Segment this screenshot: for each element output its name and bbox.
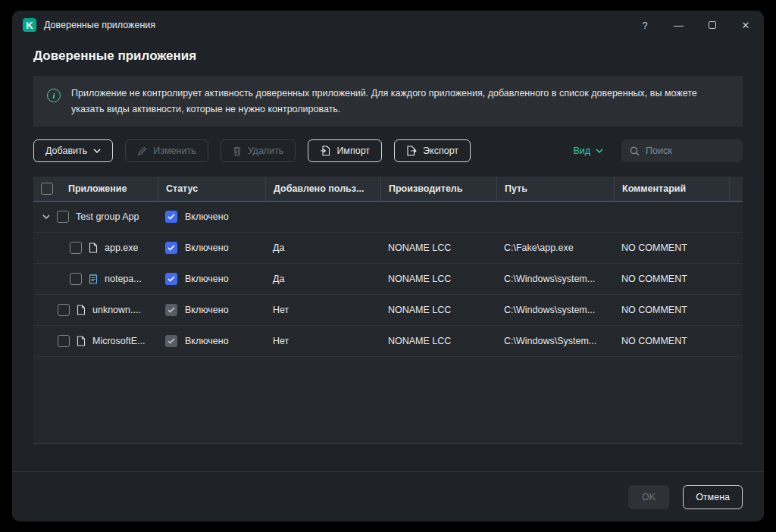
table-row-group[interactable]: Test group App Включено: [33, 202, 743, 233]
content-spacer: [12, 444, 764, 471]
comment-value: NO COMMENT: [614, 305, 743, 315]
column-header-extra: [729, 177, 745, 201]
help-button[interactable]: ?: [640, 20, 649, 31]
application-name: unknown....: [92, 305, 141, 315]
comment-value: NO COMMENT: [614, 243, 743, 253]
file-icon: [77, 336, 86, 346]
status-label: Включено: [185, 274, 229, 284]
path-value: C:\Fake\app.exe: [496, 243, 614, 253]
status-label: Включено: [185, 336, 229, 346]
trash-icon: [233, 146, 242, 156]
vendor-value: NONAME LCC: [380, 274, 496, 284]
import-button-label: Импорт: [336, 146, 370, 156]
import-button[interactable]: Импорт: [308, 139, 382, 162]
row-checkbox[interactable]: [58, 304, 70, 316]
table-row[interactable]: unknown.... Включено Нет NONAME LCC C:\W…: [33, 295, 743, 326]
column-header-path[interactable]: Путь: [496, 177, 614, 201]
check-icon: [167, 245, 175, 251]
add-button[interactable]: Добавить: [33, 139, 113, 162]
table-header: Приложение Статус Добавлено польз... Про…: [33, 177, 743, 202]
table-row[interactable]: notepa... Включено Да NONAME LCC C:\Wind…: [33, 264, 743, 295]
table-body: Test group App Включено app.exe Включено: [33, 202, 743, 444]
edit-button[interactable]: Изменить: [125, 139, 208, 162]
row-checkbox[interactable]: [70, 242, 82, 254]
chevron-down-icon: [93, 149, 101, 153]
check-icon: [167, 338, 175, 344]
notepad-icon: [89, 274, 98, 284]
chevron-down-icon: [596, 149, 603, 153]
column-header-vendor[interactable]: Производитель: [380, 177, 496, 201]
row-checkbox[interactable]: [70, 273, 82, 285]
export-button-label: Экспорт: [423, 146, 458, 156]
path-value: C:\Windows\system...: [496, 274, 614, 284]
path-value: C:\Windows\system...: [496, 305, 614, 315]
status-checkbox[interactable]: [165, 211, 177, 223]
row-checkbox[interactable]: [58, 335, 70, 347]
app-window: K Доверенные приложения ? — ✕ Доверенные…: [12, 11, 764, 521]
status-label: Включено: [185, 243, 229, 253]
comment-value: NO COMMENT: [614, 336, 743, 346]
view-dropdown-label: Вид: [573, 146, 590, 156]
group-name: Test group App: [76, 211, 139, 222]
search-box: [621, 139, 743, 162]
pencil-icon: [137, 146, 147, 156]
title-bar: K Доверенные приложения ? — ✕: [12, 11, 764, 39]
close-button[interactable]: ✕: [741, 20, 750, 31]
added-by-user-value: Нет: [265, 336, 380, 346]
expand-chevron-icon[interactable]: [42, 214, 50, 219]
added-by-user-value: Нет: [265, 305, 380, 315]
status-label: Включено: [185, 211, 229, 222]
row-checkbox[interactable]: [57, 211, 69, 223]
info-icon: i: [47, 89, 61, 102]
import-icon: [320, 146, 330, 156]
status-checkbox[interactable]: [165, 273, 177, 285]
column-header-application[interactable]: Приложение: [61, 177, 158, 201]
table-row[interactable]: app.exe Включено Да NONAME LCC C:\Fake\a…: [33, 233, 743, 264]
minimize-button[interactable]: —: [674, 20, 684, 31]
column-header-added-by-user[interactable]: Добавлено польз...: [265, 177, 380, 201]
ok-button[interactable]: OK: [628, 485, 669, 509]
status-checkbox[interactable]: [165, 242, 177, 254]
info-banner-text: Приложение не контролирует активность до…: [71, 86, 723, 117]
status-label: Включено: [185, 305, 229, 315]
check-icon: [167, 214, 175, 220]
vendor-value: NONAME LCC: [380, 243, 496, 253]
status-checkbox[interactable]: [165, 335, 177, 347]
toolbar: Добавить Изменить Удалить Импорт Экспорт…: [33, 139, 743, 162]
select-all-checkbox[interactable]: [41, 183, 53, 195]
footer-bar: OK Отмена: [12, 471, 764, 521]
file-icon: [89, 243, 98, 253]
file-icon: [77, 305, 86, 315]
edit-button-label: Изменить: [153, 146, 196, 156]
application-name: app.exe: [105, 243, 138, 253]
search-icon: [630, 146, 640, 156]
added-by-user-value: Да: [265, 274, 380, 284]
delete-button-label: Удалить: [248, 146, 284, 156]
page-title: Доверенные приложения: [33, 49, 743, 64]
export-icon: [406, 146, 417, 156]
maximize-icon: [709, 21, 716, 29]
info-banner: i Приложение не контролирует активность …: [33, 76, 743, 127]
comment-value: NO COMMENT: [614, 274, 743, 284]
view-dropdown[interactable]: Вид: [573, 146, 603, 156]
export-button[interactable]: Экспорт: [394, 139, 471, 162]
status-checkbox[interactable]: [165, 304, 177, 316]
check-icon: [167, 276, 175, 282]
column-header-status[interactable]: Статус: [158, 177, 265, 201]
kaspersky-logo-icon: K: [23, 18, 36, 32]
search-input[interactable]: [646, 146, 734, 156]
added-by-user-value: Да: [265, 243, 380, 253]
add-button-label: Добавить: [45, 146, 87, 156]
vendor-value: NONAME LCC: [380, 305, 496, 315]
application-name: notepa...: [105, 274, 142, 284]
maximize-button[interactable]: [708, 21, 717, 29]
table-row[interactable]: MicrosoftE... Включено Нет NONAME LCC C:…: [33, 326, 743, 357]
applications-table: Приложение Статус Добавлено польз... Про…: [33, 177, 743, 444]
path-value: C:\Windows\System...: [496, 336, 614, 346]
check-icon: [167, 307, 175, 313]
column-header-comment[interactable]: Комментарий: [614, 177, 729, 201]
application-name: MicrosoftE...: [92, 336, 145, 346]
window-title: Доверенные приложения: [44, 20, 155, 30]
cancel-button[interactable]: Отмена: [683, 485, 743, 509]
delete-button[interactable]: Удалить: [221, 139, 296, 162]
